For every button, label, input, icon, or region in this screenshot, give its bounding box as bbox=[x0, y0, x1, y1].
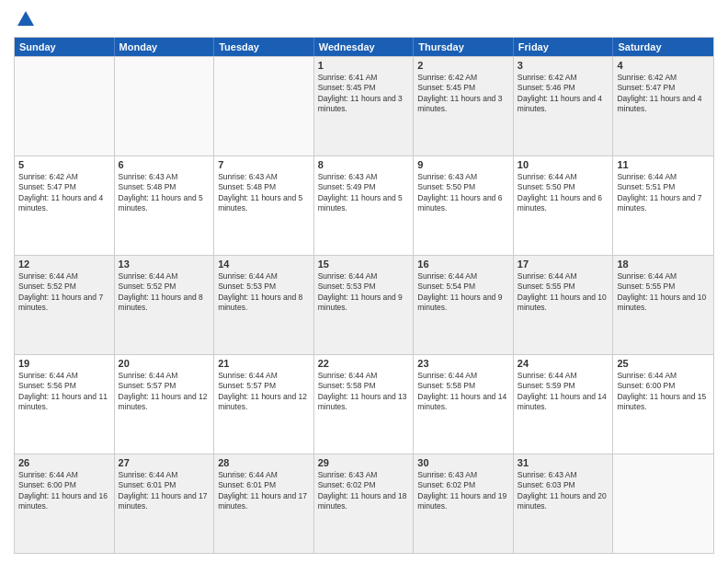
calendar-cell-18: 18Sunrise: 6:44 AMSunset: 5:55 PMDayligh… bbox=[613, 256, 713, 354]
cell-info: Sunrise: 6:44 AMSunset: 6:00 PMDaylight:… bbox=[617, 371, 710, 413]
cell-info: Sunrise: 6:44 AMSunset: 6:00 PMDaylight:… bbox=[18, 470, 110, 512]
calendar-cell-12: 12Sunrise: 6:44 AMSunset: 5:52 PMDayligh… bbox=[15, 256, 115, 354]
calendar-cell-1: 1Sunrise: 6:41 AMSunset: 5:45 PMDaylight… bbox=[314, 57, 415, 155]
cell-info: Sunrise: 6:41 AMSunset: 5:45 PMDaylight:… bbox=[318, 73, 410, 115]
day-number: 20 bbox=[119, 358, 210, 369]
calendar-cell-10: 10Sunrise: 6:44 AMSunset: 5:50 PMDayligh… bbox=[514, 156, 614, 255]
cell-info: Sunrise: 6:44 AMSunset: 5:53 PMDaylight:… bbox=[318, 271, 410, 314]
calendar-cell-27: 27Sunrise: 6:44 AMSunset: 6:01 PMDayligh… bbox=[115, 454, 215, 553]
cell-info: Sunrise: 6:44 AMSunset: 5:54 PMDaylight:… bbox=[417, 271, 509, 314]
calendar-cell-3: 3Sunrise: 6:42 AMSunset: 5:46 PMDaylight… bbox=[514, 57, 614, 155]
cell-info: Sunrise: 6:42 AMSunset: 5:47 PMDaylight:… bbox=[617, 73, 710, 115]
day-number: 1 bbox=[318, 60, 410, 71]
logo bbox=[14, 9, 36, 29]
day-number: 15 bbox=[318, 259, 410, 270]
day-number: 19 bbox=[18, 358, 110, 369]
calendar-cell-19: 19Sunrise: 6:44 AMSunset: 5:56 PMDayligh… bbox=[15, 355, 115, 454]
cell-info: Sunrise: 6:44 AMSunset: 5:59 PMDaylight:… bbox=[518, 371, 609, 413]
cell-info: Sunrise: 6:44 AMSunset: 5:53 PMDaylight:… bbox=[218, 271, 310, 314]
day-number: 4 bbox=[617, 60, 710, 71]
calendar-cell-24: 24Sunrise: 6:44 AMSunset: 5:59 PMDayligh… bbox=[514, 355, 614, 454]
day-number: 22 bbox=[318, 358, 410, 369]
calendar-cell-16: 16Sunrise: 6:44 AMSunset: 5:54 PMDayligh… bbox=[414, 256, 514, 354]
calendar-cell-empty bbox=[115, 57, 215, 155]
calendar-cell-6: 6Sunrise: 6:43 AMSunset: 5:48 PMDaylight… bbox=[115, 156, 215, 255]
day-number: 11 bbox=[617, 159, 710, 170]
cell-info: Sunrise: 6:43 AMSunset: 6:02 PMDaylight:… bbox=[318, 470, 410, 512]
calendar-row-3: 12Sunrise: 6:44 AMSunset: 5:52 PMDayligh… bbox=[15, 255, 713, 354]
cell-info: Sunrise: 6:44 AMSunset: 5:55 PMDaylight:… bbox=[518, 271, 609, 314]
calendar-row-2: 5Sunrise: 6:42 AMSunset: 5:47 PMDaylight… bbox=[15, 155, 713, 255]
day-number: 24 bbox=[518, 358, 609, 369]
calendar-cell-13: 13Sunrise: 6:44 AMSunset: 5:52 PMDayligh… bbox=[115, 256, 215, 354]
day-number: 17 bbox=[518, 259, 609, 270]
calendar-row-5: 26Sunrise: 6:44 AMSunset: 6:00 PMDayligh… bbox=[15, 454, 713, 553]
cell-info: Sunrise: 6:43 AMSunset: 6:03 PMDaylight:… bbox=[518, 470, 609, 512]
calendar-cell-23: 23Sunrise: 6:44 AMSunset: 5:58 PMDayligh… bbox=[414, 355, 514, 454]
cell-info: Sunrise: 6:44 AMSunset: 5:57 PMDaylight:… bbox=[218, 371, 310, 413]
calendar-cell-25: 25Sunrise: 6:44 AMSunset: 6:00 PMDayligh… bbox=[613, 355, 713, 454]
day-number: 8 bbox=[318, 159, 410, 170]
calendar-cell-31: 31Sunrise: 6:43 AMSunset: 6:03 PMDayligh… bbox=[514, 454, 614, 553]
calendar-cell-15: 15Sunrise: 6:44 AMSunset: 5:53 PMDayligh… bbox=[314, 256, 415, 354]
calendar-cell-8: 8Sunrise: 6:43 AMSunset: 5:49 PMDaylight… bbox=[314, 156, 415, 255]
day-number: 12 bbox=[18, 259, 110, 270]
day-header-saturday: Saturday bbox=[613, 38, 713, 56]
day-number: 13 bbox=[119, 259, 210, 270]
day-number: 30 bbox=[417, 457, 509, 468]
calendar-row-1: 1Sunrise: 6:41 AMSunset: 5:45 PMDaylight… bbox=[15, 56, 713, 155]
cell-info: Sunrise: 6:44 AMSunset: 5:50 PMDaylight:… bbox=[518, 172, 609, 214]
day-number: 27 bbox=[119, 457, 210, 468]
cell-info: Sunrise: 6:44 AMSunset: 5:55 PMDaylight:… bbox=[617, 271, 710, 314]
page: SundayMondayTuesdayWednesdayThursdayFrid… bbox=[0, 0, 728, 563]
calendar-cell-2: 2Sunrise: 6:42 AMSunset: 5:45 PMDaylight… bbox=[414, 57, 514, 155]
cell-info: Sunrise: 6:44 AMSunset: 5:51 PMDaylight:… bbox=[617, 172, 710, 214]
day-header-sunday: Sunday bbox=[15, 38, 115, 56]
day-number: 21 bbox=[218, 358, 310, 369]
day-number: 7 bbox=[218, 159, 310, 170]
cell-info: Sunrise: 6:42 AMSunset: 5:47 PMDaylight:… bbox=[18, 172, 110, 214]
day-number: 5 bbox=[18, 159, 110, 170]
day-header-monday: Monday bbox=[115, 38, 215, 56]
day-header-tuesday: Tuesday bbox=[214, 38, 314, 56]
calendar-cell-empty bbox=[15, 57, 115, 155]
calendar-cell-21: 21Sunrise: 6:44 AMSunset: 5:57 PMDayligh… bbox=[214, 355, 314, 454]
calendar-header: SundayMondayTuesdayWednesdayThursdayFrid… bbox=[15, 38, 713, 56]
calendar-cell-empty bbox=[613, 454, 713, 553]
cell-info: Sunrise: 6:44 AMSunset: 5:58 PMDaylight:… bbox=[318, 371, 410, 413]
calendar-cell-empty bbox=[214, 57, 314, 155]
calendar-cell-4: 4Sunrise: 6:42 AMSunset: 5:47 PMDaylight… bbox=[613, 57, 713, 155]
calendar-cell-22: 22Sunrise: 6:44 AMSunset: 5:58 PMDayligh… bbox=[314, 355, 415, 454]
day-header-friday: Friday bbox=[514, 38, 614, 56]
calendar-cell-29: 29Sunrise: 6:43 AMSunset: 6:02 PMDayligh… bbox=[314, 454, 415, 553]
cell-info: Sunrise: 6:44 AMSunset: 6:01 PMDaylight:… bbox=[218, 470, 310, 512]
day-header-thursday: Thursday bbox=[414, 38, 514, 56]
calendar-cell-7: 7Sunrise: 6:43 AMSunset: 5:48 PMDaylight… bbox=[214, 156, 314, 255]
cell-info: Sunrise: 6:43 AMSunset: 5:49 PMDaylight:… bbox=[318, 172, 410, 214]
day-number: 2 bbox=[417, 60, 509, 71]
day-number: 9 bbox=[417, 159, 509, 170]
logo-icon bbox=[16, 9, 36, 29]
svg-marker-0 bbox=[17, 11, 34, 26]
day-number: 16 bbox=[417, 259, 509, 270]
calendar-cell-5: 5Sunrise: 6:42 AMSunset: 5:47 PMDaylight… bbox=[15, 156, 115, 255]
calendar-cell-9: 9Sunrise: 6:43 AMSunset: 5:50 PMDaylight… bbox=[414, 156, 514, 255]
cell-info: Sunrise: 6:42 AMSunset: 5:45 PMDaylight:… bbox=[417, 73, 509, 115]
cell-info: Sunrise: 6:43 AMSunset: 5:50 PMDaylight:… bbox=[417, 172, 509, 214]
day-number: 10 bbox=[518, 159, 609, 170]
calendar-cell-28: 28Sunrise: 6:44 AMSunset: 6:01 PMDayligh… bbox=[214, 454, 314, 553]
header bbox=[14, 9, 714, 29]
calendar-cell-30: 30Sunrise: 6:43 AMSunset: 6:02 PMDayligh… bbox=[414, 454, 514, 553]
cell-info: Sunrise: 6:42 AMSunset: 5:46 PMDaylight:… bbox=[518, 73, 609, 115]
cell-info: Sunrise: 6:43 AMSunset: 5:48 PMDaylight:… bbox=[119, 172, 210, 214]
day-number: 14 bbox=[218, 259, 310, 270]
cell-info: Sunrise: 6:43 AMSunset: 6:02 PMDaylight:… bbox=[417, 470, 509, 512]
day-number: 26 bbox=[18, 457, 110, 468]
day-number: 3 bbox=[518, 60, 609, 71]
day-number: 23 bbox=[417, 358, 509, 369]
calendar-cell-20: 20Sunrise: 6:44 AMSunset: 5:57 PMDayligh… bbox=[115, 355, 215, 454]
calendar-cell-11: 11Sunrise: 6:44 AMSunset: 5:51 PMDayligh… bbox=[613, 156, 713, 255]
cell-info: Sunrise: 6:44 AMSunset: 5:52 PMDaylight:… bbox=[119, 271, 210, 314]
calendar-cell-26: 26Sunrise: 6:44 AMSunset: 6:00 PMDayligh… bbox=[15, 454, 115, 553]
day-number: 6 bbox=[119, 159, 210, 170]
